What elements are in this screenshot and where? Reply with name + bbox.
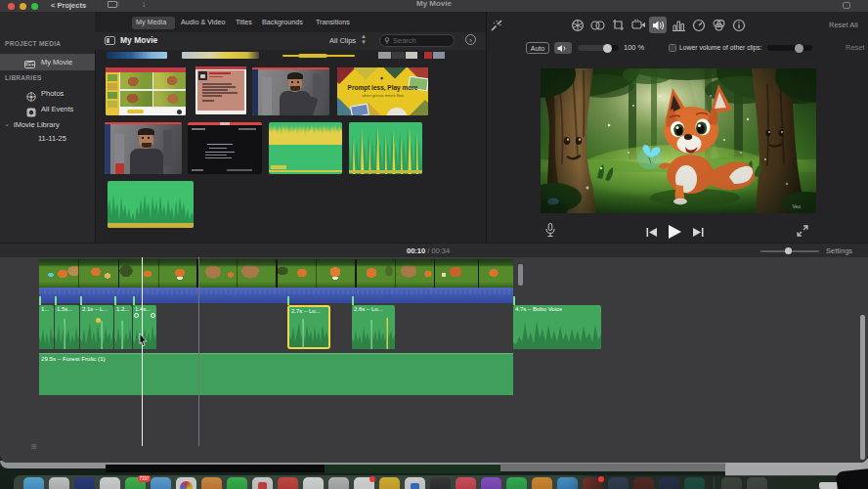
svg-text:Veo: Veo — [792, 203, 801, 209]
